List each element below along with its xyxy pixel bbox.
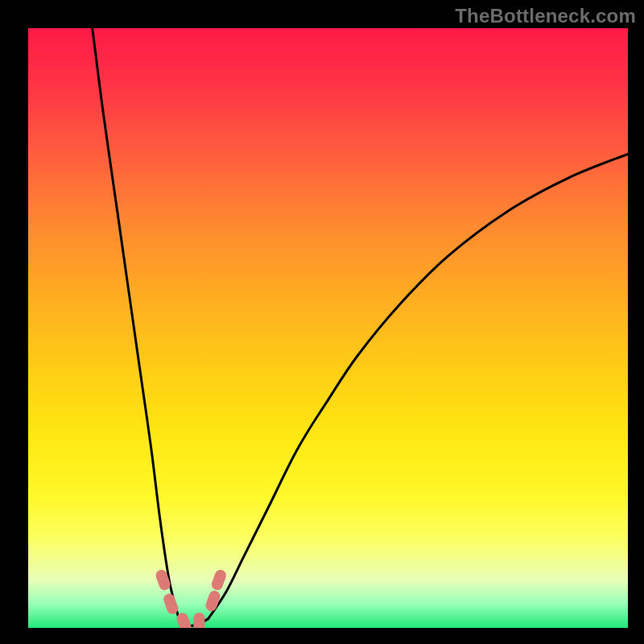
chart-frame: TheBottleneck.com (0, 0, 644, 644)
watermark-text: TheBottleneck.com (455, 5, 636, 27)
curve-left-branch (93, 28, 179, 616)
marker-point (210, 568, 228, 592)
bottleneck-curve (93, 28, 628, 626)
plot-area (28, 28, 628, 628)
curve-markers (155, 568, 228, 628)
curve-right-branch (208, 154, 629, 618)
curve-layer (28, 28, 628, 628)
marker-point (193, 613, 204, 628)
